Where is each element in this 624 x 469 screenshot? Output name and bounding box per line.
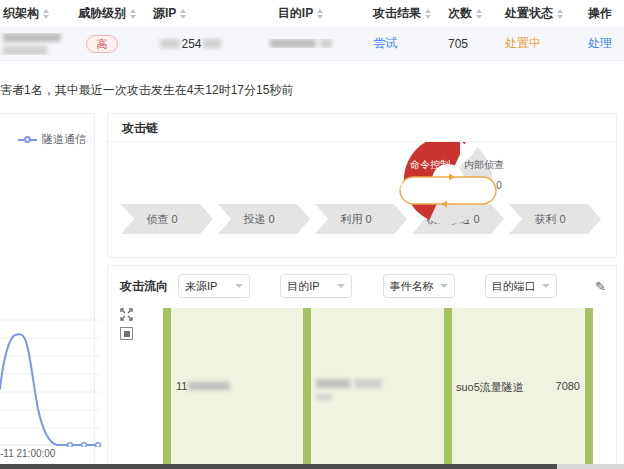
alert-table: 织架构 威胁级别 源IP 目的IP 攻击结果 次数 处置状态 操作 高 254 … [0, 0, 624, 61]
sankey-node-event[interactable] [444, 308, 452, 469]
redacted-ip-part [203, 39, 221, 48]
redacted-node-text [316, 394, 332, 400]
security-dashboard: 织架构 威胁级别 源IP 目的IP 攻击结果 次数 处置状态 操作 高 254 … [0, 0, 624, 469]
filter-select-dest-ip[interactable]: 目的IP [280, 274, 352, 298]
sankey-diagram: 11 suo5流量隧道 7080 [108, 304, 616, 469]
sort-icon[interactable] [43, 9, 49, 19]
command-control-count: 99+ [392, 180, 409, 191]
cell-count: 705 [445, 37, 502, 51]
alert-table-row[interactable]: 高 254 尝试 705 处置中 处理 [0, 27, 624, 61]
expand-icon[interactable] [120, 308, 133, 321]
edit-icon[interactable]: ✎ [595, 279, 606, 294]
command-control-label: 命令控制 [410, 159, 450, 170]
attack-flow-title: 攻击流向 [120, 278, 168, 295]
select-value: 事件名称 [390, 279, 434, 294]
column-header-threat-level[interactable]: 威胁级别 [75, 5, 150, 22]
legend-label: 隧道通信 [42, 132, 86, 147]
column-header-dest-ip-label: 目的IP [278, 5, 313, 22]
column-header-org-label: 织架构 [3, 5, 39, 22]
sort-icon[interactable] [557, 9, 563, 19]
sort-icon[interactable] [180, 9, 186, 19]
svg-text:投递0: 投递0 [242, 213, 274, 225]
chevron-down-icon [542, 284, 550, 288]
sankey-label-event: suo5流量隧道 [456, 380, 524, 395]
internal-recon-label: 内部侦查 [464, 159, 504, 170]
cell-handle-status: 处置中 [502, 35, 585, 52]
sankey-label-port: 7080 [546, 380, 580, 392]
filter-select-event-name[interactable]: 事件名称 [383, 274, 455, 298]
handle-action-link[interactable]: 处理 [588, 35, 612, 52]
node-visible-text: 11 [176, 380, 187, 392]
svg-text:侦查0: 侦查0 [146, 213, 177, 225]
sankey-node-source-ip[interactable] [163, 308, 171, 469]
tunnel-chart-panel: 隧道通信 -11 21:00:00 [0, 113, 95, 463]
attack-chain-title: 攻击链 [108, 114, 616, 142]
cell-org [0, 33, 75, 55]
redacted-org-name [3, 33, 61, 55]
column-header-action: 操作 [585, 5, 624, 22]
select-value: 来源IP [185, 279, 217, 294]
filter-select-source-ip[interactable]: 来源IP [178, 274, 250, 298]
column-header-dest-ip[interactable]: 目的IP [228, 5, 370, 22]
chevron-down-icon [235, 284, 243, 288]
attack-chain-panel: 攻击链 侦查0 投递0 利用0 横向渗透0 获利0 [107, 113, 617, 258]
svg-text:利用0: 利用0 [340, 213, 371, 225]
cell-dest-ip [228, 39, 370, 48]
victim-summary-text: 害者1名，其中最近一次攻击发生在4天12时17分15秒前 [0, 82, 293, 99]
sankey-label-dest-ip [316, 378, 382, 402]
cell-source-ip: 254 [150, 37, 228, 51]
column-header-action-label: 操作 [588, 5, 612, 22]
cell-threat-level: 高 [75, 35, 150, 53]
redacted-node-text [354, 379, 382, 388]
column-header-count[interactable]: 次数 [445, 5, 502, 22]
svg-text:获利0: 获利0 [534, 213, 565, 225]
select-value: 目的端口 [492, 279, 536, 294]
column-header-attack-result-label: 攻击结果 [373, 5, 421, 22]
redacted-node-text [316, 379, 350, 388]
redacted-dest-ip [320, 39, 332, 48]
source-ip-visible: 254 [181, 37, 201, 51]
cell-action: 处理 [585, 35, 624, 52]
sankey-node-port[interactable] [585, 308, 593, 469]
alert-table-header-row: 织架构 威胁级别 源IP 目的IP 攻击结果 次数 处置状态 操作 [0, 0, 624, 27]
redacted-ip-part [160, 39, 180, 48]
column-header-org[interactable]: 织架构 [0, 5, 75, 22]
sort-icon[interactable] [476, 9, 482, 19]
tunnel-line-chart [0, 319, 103, 447]
sankey-node-dest-ip[interactable] [303, 308, 311, 469]
chevron-down-icon [440, 284, 448, 288]
attack-result-text[interactable]: 尝试 [373, 35, 397, 52]
internal-recon-count: 0 [496, 180, 502, 191]
sort-icon[interactable] [425, 9, 431, 19]
chart-legend[interactable]: 隧道通信 [18, 132, 86, 147]
x-axis-tick-label: -11 21:00:00 [0, 448, 55, 459]
restore-view-icon[interactable] [120, 327, 133, 340]
attack-flow-panel: 攻击流向 来源IP 目的IP 事件名称 目的端口 ✎ [107, 265, 617, 469]
horizontal-scrollbar-thumb[interactable] [0, 464, 557, 469]
line-series-legend-icon [18, 136, 37, 143]
threat-level-badge: 高 [86, 35, 118, 53]
sankey-label-source-ip: 11 [176, 380, 230, 392]
redacted-dest-ip [270, 39, 316, 48]
sort-icon[interactable] [130, 9, 136, 19]
column-header-handle-status-label: 处置状态 [505, 5, 553, 22]
cell-attack-result: 尝试 [370, 35, 445, 52]
chain-loop [400, 142, 496, 210]
column-header-handle-status[interactable]: 处置状态 [502, 5, 585, 22]
sort-icon[interactable] [317, 9, 323, 19]
chevron-down-icon [337, 284, 345, 288]
handle-status-text: 处置中 [505, 35, 541, 52]
select-value: 目的IP [287, 279, 319, 294]
column-header-threat-level-label: 威胁级别 [78, 5, 126, 22]
redacted-node-text [188, 382, 230, 390]
column-header-source-ip-label: 源IP [153, 5, 176, 22]
horizontal-scrollbar[interactable] [0, 464, 624, 469]
count-value: 705 [448, 37, 468, 51]
column-header-source-ip[interactable]: 源IP [150, 5, 228, 22]
column-header-count-label: 次数 [448, 5, 472, 22]
column-header-attack-result[interactable]: 攻击结果 [370, 5, 445, 22]
filter-select-dest-port[interactable]: 目的端口 [485, 274, 557, 298]
attack-chain-diagram: 侦查0 投递0 利用0 横向渗透0 获利0 命令控制 99+ 内 [108, 142, 616, 257]
